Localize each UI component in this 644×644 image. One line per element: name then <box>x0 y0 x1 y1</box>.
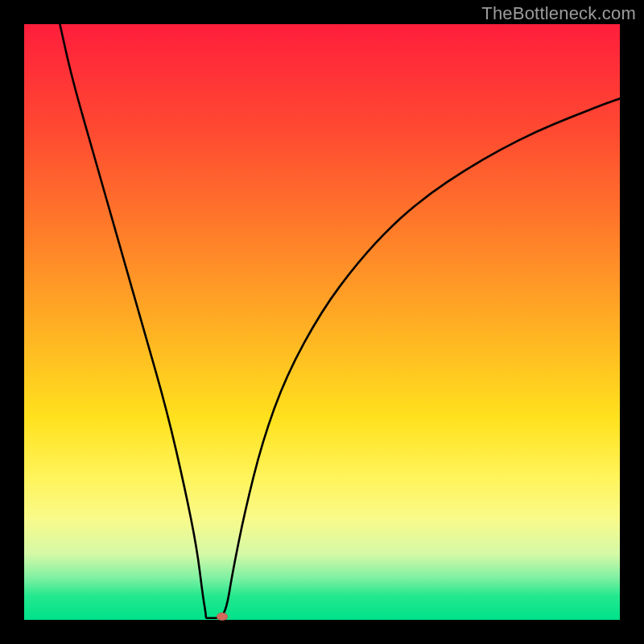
watermark-text: TheBottleneck.com <box>481 3 636 24</box>
bottleneck-curve <box>60 24 620 618</box>
chart-stage: TheBottleneck.com <box>0 0 644 644</box>
plot-area <box>24 24 620 620</box>
curve-svg <box>24 24 620 620</box>
minimum-marker <box>217 613 228 621</box>
